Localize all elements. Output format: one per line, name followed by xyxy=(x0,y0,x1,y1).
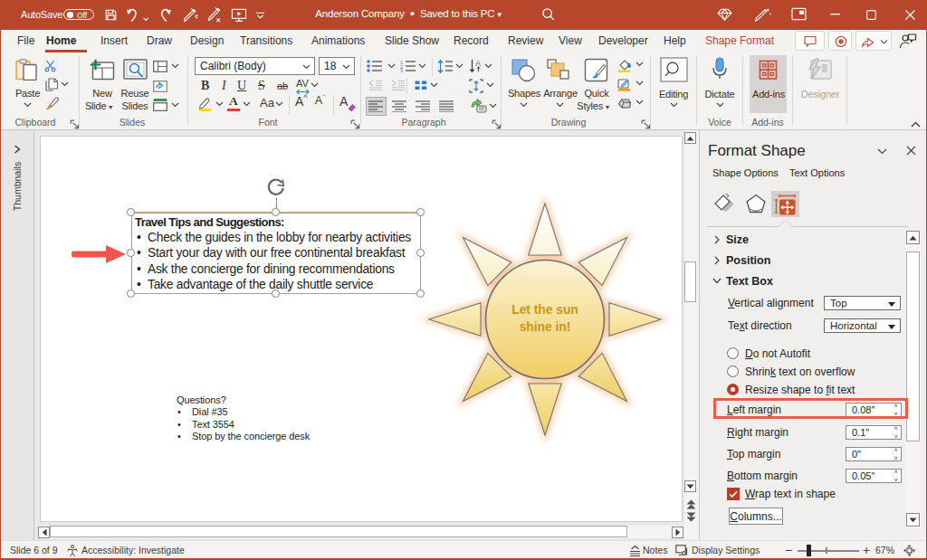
svg-text:Let the sun: Let the sun xyxy=(511,303,578,317)
svg-text:3: 3 xyxy=(400,68,403,72)
svg-text:A: A xyxy=(475,59,481,68)
svg-text:shine in!: shine in! xyxy=(520,320,571,334)
